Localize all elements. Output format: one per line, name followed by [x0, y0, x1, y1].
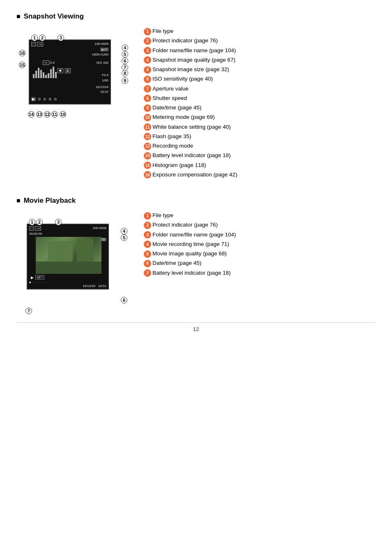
legend-item: 5 Snapshot image size (page 32) — [144, 65, 376, 74]
mv-badge-4: 4 — [144, 241, 151, 248]
page-number: 12 — [16, 326, 376, 332]
mv-thumbnail — [36, 237, 101, 274]
snap-callout-6: 6 — [122, 58, 128, 64]
badge-10: 10 — [144, 114, 151, 121]
mv-badge-7: 7 — [144, 269, 151, 277]
badge-9: 9 — [144, 104, 151, 112]
legend-item: 4 Snapshot image quality (page 67) — [144, 56, 376, 64]
legend-item: 7 Battery level indicator (page 18) — [144, 269, 376, 277]
legend-text-15: Histogram (page 118) — [152, 161, 206, 169]
legend-item: 3 Folder name/file name (page 104) — [144, 231, 376, 239]
legend-item: 1 File type — [144, 27, 376, 35]
badge-4: 4 — [144, 56, 151, 64]
snap-callout-4: 4 — [122, 44, 128, 51]
mv-legend-text-3: Folder name/file name (page 104) — [152, 231, 236, 239]
legend-item: 14 Battery level indicator (page 18) — [144, 151, 376, 160]
legend-item: 4 Movie recording time (page 71) — [144, 240, 376, 248]
snap-callout-8: 8 — [122, 70, 128, 76]
snap-aperture: F2.6 — [102, 73, 108, 77]
snap-callout-3: 3 — [58, 35, 64, 41]
snap-callout-16: 16 — [19, 50, 25, 56]
snap-ev: +/- 0.0 — [43, 61, 55, 65]
movie-screen: □ ○n 100-0008 00:00:09 STD ▶ S — [27, 224, 109, 289]
page-divider — [16, 322, 376, 323]
legend-item: 12 Flash (page 35) — [144, 132, 376, 141]
snap-callout-15: 15 — [19, 62, 25, 68]
snap-filename: 100-0026 — [95, 42, 108, 46]
legend-item: 7 Aperture value — [144, 85, 376, 93]
legend-item: 8 Shutter speed — [144, 94, 376, 102]
mv-badge-5: 5 — [144, 250, 151, 258]
snapshot-legend: 1 File type 2 Protect indicator (page 76… — [144, 27, 376, 180]
badge-14: 14 — [144, 152, 151, 160]
snap-callout-14: 14 — [28, 111, 35, 118]
badge-16: 16 — [144, 171, 151, 178]
snap-histogram — [33, 66, 57, 78]
legend-item: 11 White balance setting (page 40) — [144, 123, 376, 131]
legend-text-11: White balance setting (page 40) — [152, 123, 231, 131]
legend-text-6: ISO sensitivity (page 40) — [152, 75, 213, 83]
mv-callout-4: 4 — [121, 228, 127, 234]
mv-callout-7: 7 — [25, 308, 32, 314]
snap-callout-11: 11 — [51, 111, 58, 118]
mv-datetime: 10/12/24 18:51 — [83, 284, 106, 288]
snap-callout-5: 5 — [122, 51, 128, 58]
movie-legend: 1 File type 2 Protect indicator (page 76… — [144, 211, 376, 306]
mv-legend-text-7: Battery level indicator (page 18) — [152, 269, 231, 277]
legend-text-9: Date/time (page 45) — [152, 104, 201, 112]
badge-3: 3 — [144, 47, 151, 54]
badge-15: 15 — [144, 162, 151, 169]
mv-badge-3: 3 — [144, 231, 151, 238]
badge-13: 13 — [144, 143, 151, 150]
mv-legend-text-5: Movie image quality (page 68) — [152, 250, 227, 258]
snap-iso: ISO 100 — [97, 61, 108, 65]
mv-callout-1: 1 — [29, 219, 35, 225]
snap-callout-9: 9 — [122, 77, 128, 84]
movie-title: Movie Playback — [16, 197, 376, 205]
movie-content: □ ○n 100-0008 00:00:09 STD ▶ S — [16, 211, 376, 306]
snap-callout-2: 2 — [39, 35, 46, 41]
legend-text-16: Exposure compensation (page 42) — [152, 171, 237, 179]
legend-item: 3 Folder name/file name (page 104) — [144, 46, 376, 55]
mv-controls: ▶ SET — [31, 275, 44, 280]
mv-badge-6: 6 — [144, 260, 151, 267]
snapshot-section: Snapshot Viewing □ ○n 100-0026 ɐ↑+ 1600×… — [16, 12, 376, 180]
badge-2: 2 — [144, 37, 151, 45]
movie-diagram: □ ○n 100-0008 00:00:09 STD ▶ S — [16, 211, 131, 306]
mv-badge-1: 1 — [144, 212, 151, 220]
legend-text-1: File type — [152, 27, 173, 35]
mv-callout-6: 6 — [121, 297, 127, 303]
snap-mid-icons: ✱ ⊞ — [58, 68, 71, 73]
snap-callout-10: 10 — [60, 111, 66, 118]
badge-12: 12 — [144, 133, 151, 140]
snap-size: 1600×1200 — [92, 53, 108, 56]
mv-legend-text-4: Movie recording time (page 71) — [152, 240, 229, 248]
snapshot-diagram: □ ○n 100-0026 ɐ↑+ 1600×1200 +/- 0.0 ISO … — [16, 27, 131, 122]
mv-legend-text-6: Date/time (page 45) — [152, 259, 201, 267]
badge-7: 7 — [144, 85, 151, 93]
snap-shutter: 1/60 — [102, 79, 108, 82]
mv-callout-5: 5 — [121, 234, 127, 241]
legend-item: 5 Movie image quality (page 68) — [144, 250, 376, 258]
legend-item: 16 Exposure compensation (page 42) — [144, 171, 376, 179]
snap-top-icons: □ ○n — [31, 42, 43, 46]
mv-progress: ■ · · · · · · · · · · — [29, 281, 106, 284]
snap-callout-13: 13 — [36, 111, 43, 118]
mv-legend-text-1: File type — [152, 211, 173, 220]
snapshot-screen: □ ○n 100-0026 ɐ↑+ 1600×1200 +/- 0.0 ISO … — [29, 39, 111, 104]
mv-rectime: 00:00:09 — [29, 232, 42, 236]
legend-text-5: Snapshot image size (page 32) — [152, 65, 229, 74]
badge-5: 5 — [144, 66, 151, 74]
snapshot-title: Snapshot Viewing — [16, 12, 376, 21]
badge-11: 11 — [144, 123, 151, 131]
mv-callout-2: 2 — [36, 219, 43, 225]
snap-datetime: 10/12/24 15:37 — [96, 85, 108, 95]
badge-6: 6 — [144, 76, 151, 83]
legend-item: 9 Date/time (page 45) — [144, 104, 376, 112]
legend-item: 1 File type — [144, 211, 376, 220]
legend-text-12: Flash (page 35) — [152, 132, 191, 141]
legend-text-7: Aperture value — [152, 85, 189, 93]
snap-bottom-row: ▶ ⊙ ⊙ ⊙ ⊙ — [31, 97, 57, 101]
badge-8: 8 — [144, 95, 151, 102]
snapshot-content: □ ○n 100-0026 ɐ↑+ 1600×1200 +/- 0.0 ISO … — [16, 27, 376, 180]
